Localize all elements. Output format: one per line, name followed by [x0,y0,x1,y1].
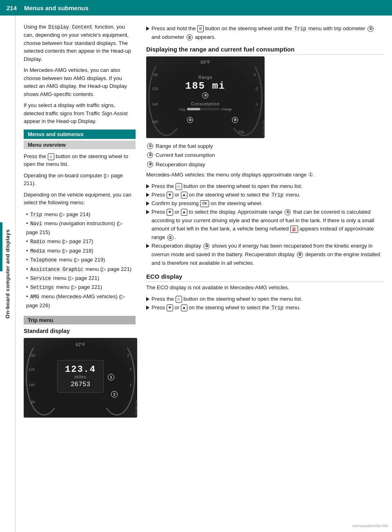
instr-1: Press the ⌂ button on the steering wheel… [146,182,384,191]
display-content-code: Display Content [48,25,94,30]
menu-overview-press: Press the ⌂ button on the steering wheel… [24,152,136,168]
range-label: Range [179,75,232,80]
trip-label: Trip [238,130,244,134]
fuel-icon: ⛽ [290,226,298,233]
eco-p1: The ECO display is not available in Merc… [146,284,384,292]
r-gauge-00: 00 [154,73,158,77]
up-btn-r4: ▲ [181,209,187,216]
gauge-num-r2: 2 [129,367,131,371]
circle-2: ② [187,34,193,40]
instr-4: Press ▼ or ▲ to select the display. Appr… [146,208,384,242]
arrow-icon-e1 [146,297,149,301]
menu-overview-header: Menu overview [24,141,136,149]
r-gauge-160: 160 [152,120,158,124]
note-3: ③ Recuperation display [146,161,384,169]
note-text-3: Recuperation display [156,161,205,169]
instr-text-5: Recuperation display ③ shows you if ener… [151,242,384,267]
home-btn-e1: ⌂ [176,296,182,303]
instr-2: Press ▼ or ▲ on the steering wheel to se… [146,191,384,199]
list-item: Trip menu (▷ page 214) [26,210,136,219]
telephone-menu-item: Telephone [29,257,58,263]
right-display-box: Range 185 mi ① Consumption mpg [179,75,232,111]
consumption-bar-fill [187,108,200,110]
depending-text: Depending on the vehicle equipment, you … [24,191,136,207]
press-hold-text: Press and hold the ⊟ button on the steer… [151,25,384,42]
left-column: Using the Display Content function, you … [16,23,142,525]
fuel-section-title: Displaying the range and current fuel co… [146,46,384,55]
gauge-num-r3: 3 [127,353,129,358]
instr-text-2: Press ▼ or ▲ on the steering wheel to se… [151,191,301,199]
note-text-2: Current fuel consumption [156,151,215,159]
circle-r4b: ① [167,235,174,241]
up-btn-r2: ▲ [181,192,187,199]
dash-miles-value: 123.4 [65,364,96,375]
std-display-header: Standard display [24,327,136,335]
consumption-label: Consumption [179,102,232,106]
instr-text-1: Press the ⌂ button on the steering wheel… [151,182,302,191]
circle-r5b: ③ [297,252,303,258]
circle-1: ① [368,26,374,32]
dash-miles-label: miles [65,375,96,379]
assistance-menu-item: Assistance Graphic [29,267,84,273]
note-circle-1: ① [147,143,153,149]
list-item: Navi menu (navigation instructions) (▷ p… [26,219,136,237]
note-circle-2: ② [147,152,153,158]
instr-text-4: Press ▼ or ▲ to select the display. Appr… [151,208,384,242]
home-button-icon: ⌂ [48,153,54,160]
r-gauge-r1: -1 [255,102,258,106]
instr-3: Confirm by pressing OK on the steering w… [146,199,384,208]
charge-label: Charge [221,107,232,111]
right-circle-2: ② [187,117,193,123]
mpg-label: mpg [179,107,185,111]
r-gauge-140: 140 [152,102,158,106]
dash-temp: 62°F [76,342,85,347]
arrow-icon [146,27,149,31]
range-miles: 185 mi [179,80,232,92]
down-btn-r4: ▼ [167,209,173,216]
watermark-left: 4S 189-31 [135,400,137,415]
list-item: Media menu (▷ page 218) [26,246,136,255]
eco-text-2: Press ▼ or ▲ on the steering wheel to se… [151,304,301,312]
list-item: Telephone menu (▷ page 219) [26,255,136,264]
chapter-bar [0,222,2,271]
note-text-1: Range of the fuel supply [156,142,213,150]
service-menu-item: Service [29,276,51,282]
press-hold-item: Press and hold the ⊟ button on the steer… [146,25,384,42]
circle-r4: ① [285,209,291,215]
arrow-icon-r2 [146,193,149,197]
dash-display-box: 123.4 miles 26753 [57,360,104,393]
list-item: AMG menu (Mercedes-AMG vehicles) (▷ page… [26,292,136,310]
arrow-icon-r1 [146,184,149,188]
gauge-num-00: 00 [31,353,35,358]
down-btn-e2: ▼ [167,304,173,311]
page-header: 214 Menus and submenus [0,0,392,16]
navi-menu-item: Navi [29,221,43,227]
right-column: Press and hold the ⊟ button on the steer… [142,23,392,525]
operating-text: Operating the on-board computer (▷ page … [24,172,136,188]
settings-menu-item: Settings [29,285,55,291]
right-gauge-arc [98,340,135,416]
trip-code-r2: Trip [271,192,284,198]
fuel-display-image: 60°F 00 120 140 160 3 -2 -1 Range 185 mi [146,56,265,138]
eco-section-title: ECO display [146,273,384,282]
instr-5: Recuperation display ③ shows you if ener… [146,242,384,267]
circle-r5a: ③ [203,243,209,249]
r-gauge-120: 120 [152,87,158,91]
intro-p1: Using the Display Content function, you … [24,23,136,63]
page-number: 214 [7,4,17,11]
fuel-notes: ① Range of the fuel supply ② Current fue… [146,142,384,169]
standard-display-image: 62°F 00 120 140 60 123.4 miles 26753 1 2 [24,338,137,418]
consumption-bar [187,108,220,110]
eco-instr-1: Press the ⌂ button on the steering wheel… [146,295,384,304]
gauge-num-60: 60 [31,400,35,404]
list-item: Assistance Graphic menu (▷ page 221) [26,265,136,274]
ok-btn-r3: OK [200,200,209,207]
instr-text-3: Confirm by pressing OK on the steering w… [151,199,263,208]
radio-menu-item: Radio [29,239,46,245]
intro-p2: In Mercedes-AMG vehicles, you can also c… [24,66,136,98]
watermark-right: 4S 107-31 [262,121,265,136]
r-gauge-r3: 3 [254,73,256,77]
chapter-tab: On-board computer and displays [0,16,16,532]
trip-button-icon: ⊟ [197,25,204,32]
amg-menu-item: AMG [29,294,40,300]
